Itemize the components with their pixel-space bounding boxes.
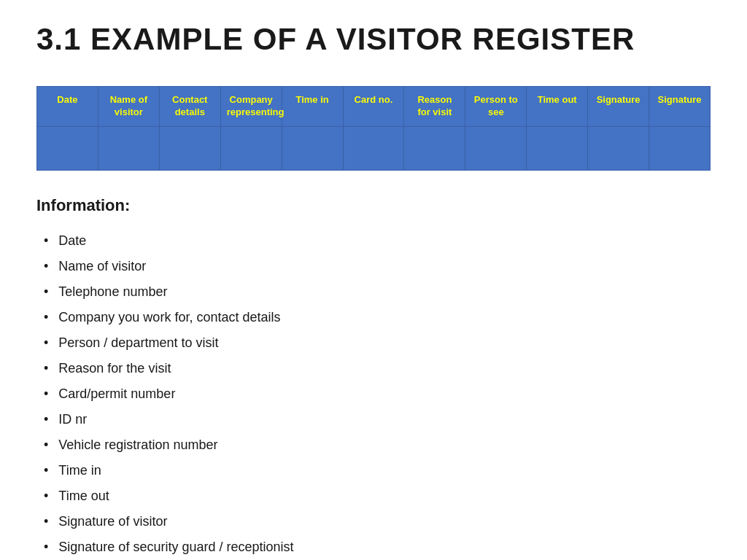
list-item: Signature of visitor bbox=[36, 509, 711, 534]
col-cell-reason-for-visit bbox=[404, 126, 465, 170]
page-title: 3.1 EXAMPLE OF A VISITOR REGISTER bbox=[36, 22, 711, 57]
col-header-signature-visitor: Signature bbox=[588, 87, 649, 127]
info-heading: Information: bbox=[36, 196, 711, 215]
col-header-time-in: Time in bbox=[282, 87, 343, 127]
col-header-card-no: Card no. bbox=[343, 87, 404, 127]
col-header-person-to-see: Person to see bbox=[465, 87, 527, 127]
col-cell-company-representing bbox=[220, 126, 282, 170]
col-cell-contact-details bbox=[159, 126, 220, 170]
list-item: Date bbox=[36, 228, 711, 254]
information-section: Information: DateName of visitorTelephon… bbox=[36, 196, 711, 560]
list-item: Company you work for, contact details bbox=[36, 305, 711, 330]
table-data-row bbox=[37, 126, 711, 170]
list-item: ID nr bbox=[36, 407, 711, 432]
col-header-reason-for-visit: Reason for visit bbox=[404, 87, 465, 127]
col-header-name-of-visitor: Name of visitor bbox=[98, 87, 159, 127]
col-cell-time-out bbox=[527, 126, 588, 170]
list-item: Name of visitor bbox=[36, 254, 711, 279]
table-header-row: DateName of visitorContact detailsCompan… bbox=[37, 87, 711, 127]
info-list: DateName of visitorTelephone numberCompa… bbox=[36, 228, 711, 560]
col-cell-card-no bbox=[343, 126, 404, 170]
list-item: Signature of security guard / receptioni… bbox=[36, 534, 711, 560]
col-header-company-representing: Company representing bbox=[220, 87, 282, 127]
list-item: Vehicle registration number bbox=[36, 432, 711, 458]
list-item: Person / department to visit bbox=[36, 330, 711, 356]
col-header-signature-guard: Signature bbox=[649, 87, 711, 127]
list-item: Time in bbox=[36, 458, 711, 483]
register-table: DateName of visitorContact detailsCompan… bbox=[36, 86, 711, 171]
list-item: Time out bbox=[36, 483, 711, 509]
col-cell-time-in bbox=[282, 126, 343, 170]
col-header-time-out: Time out bbox=[527, 87, 588, 127]
col-header-contact-details: Contact details bbox=[159, 87, 220, 127]
col-cell-signature-visitor bbox=[588, 126, 649, 170]
register-table-container: DateName of visitorContact detailsCompan… bbox=[36, 86, 711, 171]
col-cell-person-to-see bbox=[465, 126, 527, 170]
list-item: Card/permit number bbox=[36, 381, 711, 407]
col-cell-signature-guard bbox=[649, 126, 711, 170]
list-item: Telephone number bbox=[36, 279, 711, 305]
col-cell-date bbox=[37, 126, 98, 170]
col-header-date: Date bbox=[37, 87, 98, 127]
list-item: Reason for the visit bbox=[36, 356, 711, 381]
col-cell-name-of-visitor bbox=[98, 126, 159, 170]
